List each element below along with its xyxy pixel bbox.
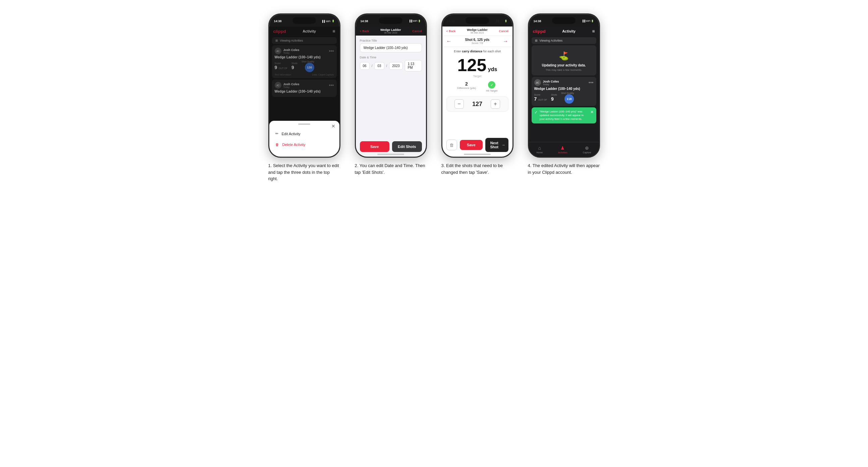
status-icons-4: ▐▐ WiFi 🔋 (582, 20, 594, 23)
p2-practice-label: Practice Title (360, 39, 422, 42)
p4-toast-text: "Wedge Ladder (100–140 yds)" was updated… (540, 110, 588, 121)
p4-avatar: JC (534, 79, 541, 86)
p4-toast: ✓ "Wedge Ladder (100–140 yds)" was updat… (532, 107, 596, 123)
p2-datetime-label: Date & Time (360, 56, 422, 59)
p3-shot-header: ← Shot 6, 125 yds Score 7/9 → (442, 36, 513, 47)
p4-stats: Score 7 OUT OF Shots 9 Shot Quality 118 (534, 92, 594, 104)
p3-metrics: 2 Difference (yds) ✓ Hit Target (442, 79, 513, 95)
status-icons-2: ▐▐ WiFi 🔋 (409, 20, 421, 23)
edit-icon: ✏ (275, 131, 278, 136)
p4-menu-icon[interactable]: ≡ (592, 29, 595, 34)
p2-back-btn[interactable]: < Back (360, 30, 369, 33)
phone-3: 14:39 ▐▐ WiFi 🔋 < Back Wedge Ladder 06 M… (441, 13, 514, 158)
p2-time[interactable]: 1:13 PM (405, 60, 422, 71)
p4-screen: clippd Activity ≡ ⊞ Viewing Activities ⛳… (529, 27, 599, 157)
p1-edit-label: Edit Activity (282, 132, 301, 136)
p4-loading: ⛳ Updating your activity data. This may … (532, 45, 596, 75)
p2-save-btn[interactable]: Save (360, 141, 390, 152)
p3-distance-value: 125 (458, 55, 487, 75)
p4-tab-activities[interactable]: ♟ Activities (558, 145, 567, 154)
p3-next-shot-btn[interactable]: → (503, 38, 508, 44)
p3-nav-center: Wedge Ladder 06 Mar 2023 (467, 28, 488, 34)
p3-next-label: Next Shot (488, 141, 500, 149)
p4-user-date: Today (543, 83, 587, 86)
p3-next-shot-btn[interactable]: Next Shot → (485, 138, 508, 152)
p3-next-arrow: → (502, 143, 505, 147)
p4-viewing-label: Viewing Activities (540, 39, 563, 42)
p2-nav: < Back Wedge Ladder 06 Mar 2023 Cancel (356, 27, 426, 36)
p3-prev-shot-btn[interactable]: ← (446, 38, 452, 44)
p1-delete-label: Delete Activity (282, 143, 306, 147)
p4-tabbar: ⌂ Home ♟ Activities ⊕ Capture (529, 142, 599, 157)
p3-instruction: Enter carry distance for each shot (442, 47, 513, 54)
p3-bottom-bar: 🗑 Save Next Shot → (442, 138, 513, 152)
dynamic-island-4 (552, 17, 576, 24)
p4-tab-home[interactable]: ⌂ Home (536, 145, 542, 154)
p1-popup-overlay[interactable]: ✕ ✏ Edit Activity 🗑 Delete Activity (269, 27, 339, 157)
dynamic-island-1 (292, 17, 316, 24)
p4-card-title: Wedge Ladder (100–140 yds) (534, 87, 594, 91)
p2-month[interactable]: 03 (374, 62, 384, 70)
p4-user-name: Josh Coles (543, 80, 587, 83)
p4-user-info: Josh Coles Today (543, 80, 587, 86)
p3-hit-label: Hit Target (486, 89, 497, 92)
p4-tab-capture-label: Capture (583, 151, 591, 154)
p1-popup: ✕ ✏ Edit Activity 🗑 Delete Activity (269, 121, 339, 157)
p4-golf-icon: ⛳ (559, 51, 569, 61)
p3-cancel-btn[interactable]: Cancel (499, 30, 508, 33)
home-indicator-2 (377, 154, 404, 155)
p3-shot-score: Score 7/9 (465, 41, 490, 44)
p3-shot-title: Shot 6, 125 yds (465, 38, 490, 41)
caption-1: 1. Select the Activity you want to edit … (268, 162, 340, 182)
p2-day[interactable]: 06 (360, 62, 370, 70)
phone-1: 14:38 ▐▐WiFi🔋 clippd Activity ≡ ⊞ Viewin… (268, 13, 340, 158)
p4-header-title: Activity (562, 29, 576, 33)
p4-quality-badge: 118 (564, 94, 574, 104)
p3-increment-btn[interactable]: + (491, 99, 500, 109)
p2-bottom-bar: Save Edit Shots (356, 141, 426, 152)
phone-2: 14:38 ▐▐ WiFi 🔋 < Back Wedge Ladder 06 M… (355, 13, 427, 158)
caption-2: 2. You can edit Date and Time. Then tap … (355, 162, 427, 176)
p2-edit-shots-btn[interactable]: Edit Shots (392, 141, 422, 152)
p4-shots-group: Shots 9 (551, 94, 557, 102)
p3-delete-shot-btn[interactable]: 🗑 (446, 139, 457, 150)
filter-icon-4: ⊞ (535, 39, 538, 42)
p1-edit-activity[interactable]: ✏ Edit Activity (269, 128, 339, 139)
caption-4: 4. The edited Activity will then appear … (528, 162, 600, 176)
p1-delete-activity[interactable]: 🗑 Delete Activity (269, 139, 339, 150)
p4-viewing-bar[interactable]: ⊞ Viewing Activities (532, 37, 596, 44)
p1-popup-handle (298, 123, 310, 125)
p2-form: Practice Title Date & Time 06 / 03 / 202… (356, 36, 426, 75)
p2-nav-title: Wedge Ladder (380, 28, 401, 32)
p4-card: JC Josh Coles Today ••• Wedge Ladder (10… (532, 77, 596, 106)
p3-save-btn[interactable]: Save (460, 140, 483, 150)
p2-practice-input[interactable] (360, 43, 422, 52)
p4-header: clippd Activity ≡ (529, 27, 599, 36)
phone-4-container: 14:38 ▐▐ WiFi 🔋 clippd Activity ≡ ⊞ View… (525, 13, 602, 176)
p3-shot-info: Shot 6, 125 yds Score 7/9 (465, 38, 490, 44)
p2-cancel-btn[interactable]: Cancel (412, 30, 422, 33)
activities-icon: ♟ (560, 145, 565, 151)
p3-diff-value: 2 (457, 81, 476, 87)
p1-popup-close[interactable]: ✕ (331, 123, 335, 129)
phone-2-container: 14:38 ▐▐ WiFi 🔋 < Back Wedge Ladder 06 M… (352, 13, 429, 176)
p4-quality-group: Shot Quality 118 (561, 92, 574, 104)
p3-nav: < Back Wedge Ladder 06 Mar 2023 Cancel (442, 27, 513, 36)
p4-dots[interactable]: ••• (589, 80, 594, 85)
p2-year[interactable]: 2023 (389, 62, 402, 70)
p3-distance: 125 yds Target (442, 54, 513, 79)
p2-nav-sub: 06 Mar 2023 (380, 32, 401, 34)
p3-target-label: Target (442, 74, 513, 78)
p4-tab-activities-label: Activities (558, 151, 567, 154)
time-3: 14:39 (447, 20, 455, 23)
p3-value-input[interactable] (467, 101, 487, 108)
dynamic-island-3 (466, 17, 489, 24)
p3-back-btn[interactable]: < Back (446, 30, 456, 33)
p3-decrement-btn[interactable]: − (455, 99, 464, 109)
p3-nav-title: Wedge Ladder (467, 28, 488, 32)
p4-logo: clippd (533, 29, 546, 34)
dynamic-island-2 (379, 17, 402, 24)
p3-hit-icon: ✓ (488, 81, 495, 89)
p4-toast-close-btn[interactable]: ✕ (590, 110, 594, 115)
p4-tab-capture[interactable]: ⊕ Capture (583, 145, 591, 154)
